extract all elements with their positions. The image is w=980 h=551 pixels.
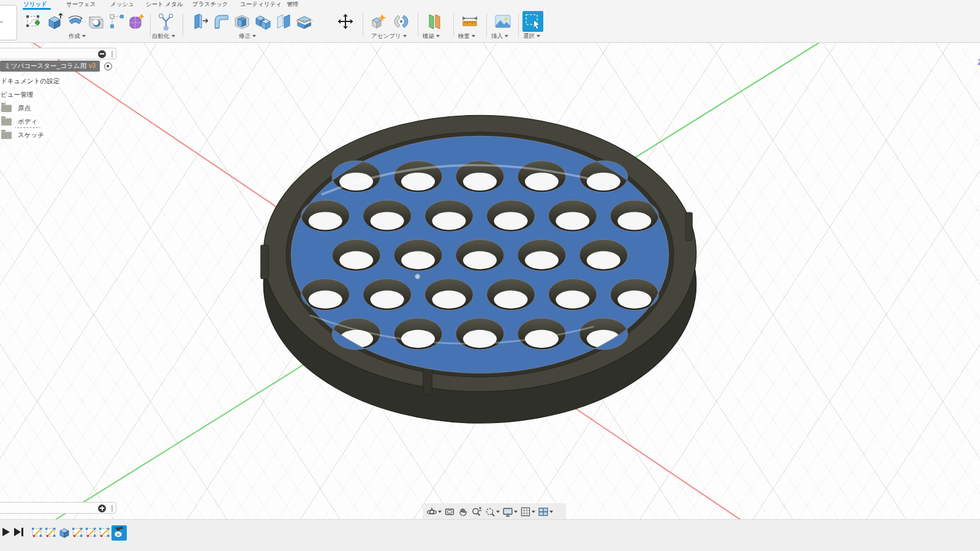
expand-timeline-button[interactable] [98, 504, 106, 512]
chevron-down-icon [82, 35, 86, 37]
chevron-down-icon [438, 511, 442, 513]
fit-view-icon[interactable] [484, 506, 500, 517]
automate-icon[interactable] [157, 12, 175, 31]
view-navigation-bar [423, 503, 566, 519]
model-canvas[interactable]: Z [0, 43, 980, 519]
tab-plastic[interactable]: プラスチック [192, 1, 228, 9]
viewcube-z-label: Z [978, 58, 980, 67]
chevron-down-icon [472, 35, 475, 37]
chevron-down-icon [496, 511, 500, 513]
browser-item-origin[interactable]: 原点 [1, 103, 34, 114]
tab-mesh[interactable]: メッシュ [110, 1, 134, 9]
tab-manage[interactable]: 管理 [287, 1, 298, 9]
combine-icon[interactable] [254, 12, 272, 31]
collapse-browser-button[interactable] [98, 50, 106, 58]
viewports-icon[interactable] [538, 506, 553, 517]
timeline-feature-extrude[interactable] [58, 526, 71, 539]
timeline-feature-sketch[interactable] [71, 526, 85, 539]
shell-icon[interactable] [233, 12, 251, 31]
chevron-down-icon [403, 35, 407, 37]
revolve-icon[interactable] [66, 12, 85, 31]
divider [518, 13, 519, 37]
chevron-down-icon [537, 35, 540, 37]
chevron-down-icon [549, 511, 553, 513]
group-inspect[interactable]: 検査 [458, 32, 475, 40]
split-body-icon[interactable] [295, 12, 314, 31]
chevron-down-icon [532, 511, 535, 513]
document-version: v3 [89, 62, 96, 69]
divider [183, 13, 183, 37]
measure-icon[interactable] [461, 12, 479, 31]
group-construct[interactable]: 構築 [423, 32, 440, 40]
offset-face-icon[interactable] [274, 12, 293, 31]
group-modify[interactable]: 修正 [239, 32, 256, 40]
browser-item-document-settings[interactable]: ドキュメントの設定 [0, 76, 62, 87]
active-tab-underline [23, 8, 51, 10]
active-document-radio[interactable] [104, 62, 112, 70]
create-sketch-icon[interactable] [24, 12, 43, 31]
chevron-down-icon [505, 35, 508, 37]
new-component-icon[interactable] [370, 12, 388, 31]
select-icon [522, 11, 543, 32]
orbit-icon[interactable] [426, 506, 442, 517]
folder-icon [1, 132, 12, 139]
coaster-model[interactable] [0, 43, 980, 519]
divider [363, 13, 363, 37]
divider [453, 13, 454, 37]
app-menu-stub[interactable] [0, 5, 17, 40]
browser-item-sketches[interactable]: スケッチ [1, 130, 47, 141]
create-form-icon[interactable] [127, 12, 146, 31]
extrude-icon[interactable] [45, 12, 64, 31]
drag-grip[interactable] [111, 505, 113, 512]
chevron-down-icon [252, 35, 256, 37]
group-insert[interactable]: 挿入 [491, 32, 508, 40]
document-row[interactable]: ミツバコースター_コラム用v3 [0, 61, 112, 72]
chevron-down-icon [514, 511, 518, 513]
document-name[interactable]: ミツバコースター_コラム用v3 [0, 61, 100, 72]
tab-surface[interactable]: サーフェス [66, 1, 96, 9]
press-pull-icon[interactable] [191, 12, 209, 31]
browser-item-named-views[interactable]: ビュー管理 [0, 89, 36, 100]
ribbon-toolbar: ソリッド サーフェス メッシュ シート メタル プラスチック ユーティリティ 管… [0, 0, 980, 43]
timeline-feature-sketch[interactable] [98, 526, 111, 539]
look-at-icon[interactable] [444, 506, 455, 517]
timeline-expand-bar [0, 502, 116, 514]
folder-icon [1, 105, 12, 112]
folder-icon [1, 118, 12, 126]
pattern-icon[interactable] [108, 12, 126, 31]
timeline-feature-sketch[interactable] [31, 526, 44, 539]
timeline-skip-end-button[interactable] [14, 528, 23, 536]
divider [150, 13, 151, 37]
grid-display-icon[interactable] [520, 506, 535, 517]
group-assemble[interactable]: アセンブリ [371, 32, 407, 40]
move-copy-icon[interactable] [336, 12, 355, 31]
pan-icon[interactable] [458, 506, 469, 517]
divider [418, 13, 418, 37]
construct-plane-icon[interactable] [425, 12, 443, 31]
drag-grip[interactable] [111, 51, 113, 58]
timeline-feature-extrude-selected[interactable] [111, 525, 127, 541]
select-tool-tile[interactable] [522, 11, 543, 32]
insert-image-icon[interactable] [494, 12, 512, 31]
group-create[interactable]: 作成 [69, 32, 86, 40]
joint-icon[interactable] [392, 12, 410, 31]
chevron-down-icon [436, 35, 440, 37]
browser-item-bodies[interactable]: ボディ [1, 116, 40, 127]
timeline-play-button[interactable] [2, 528, 10, 536]
tab-utilities[interactable]: ユーティリティ [240, 1, 282, 9]
zoom-icon[interactable] [471, 506, 482, 517]
divider [486, 13, 487, 37]
timeline-bar [0, 519, 980, 551]
hole-icon[interactable] [87, 12, 105, 31]
display-settings-icon[interactable] [502, 506, 518, 517]
chevron-down-icon [172, 35, 175, 37]
tab-sheetmetal[interactable]: シート メタル [146, 1, 183, 9]
browser-collapse-bar [0, 48, 116, 59]
fillet-icon[interactable] [212, 12, 230, 31]
timeline-feature-sketch[interactable] [44, 526, 58, 539]
group-automate[interactable]: 自動化 [152, 32, 175, 40]
group-select[interactable]: 選択 [523, 32, 540, 40]
timeline-feature-sketch[interactable] [85, 526, 98, 539]
